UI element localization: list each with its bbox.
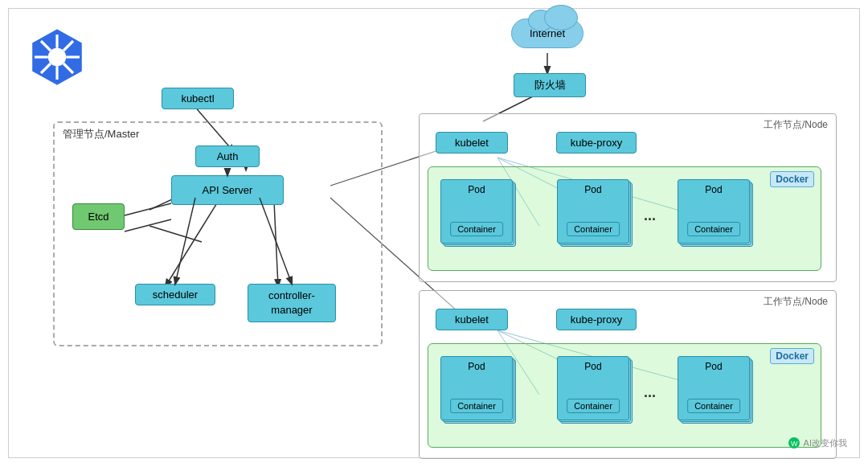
pod2-n1-container-label: Container bbox=[567, 222, 620, 236]
etcd-label: Etcd bbox=[88, 211, 108, 223]
kubectl-box: kubectl bbox=[162, 88, 234, 109]
kube-proxy2-label: kube-proxy bbox=[571, 313, 622, 326]
kube-proxy1-label: kube-proxy bbox=[571, 137, 622, 149]
svg-point-17 bbox=[48, 48, 66, 66]
scheduler-box: scheduler bbox=[135, 284, 215, 305]
k8s-logo bbox=[25, 25, 89, 89]
worker-node2-container: 工作节点/Node kubelet kube-proxy Docker Pod … bbox=[419, 290, 837, 459]
kubelet2-box: kubelet bbox=[436, 309, 508, 330]
kubelet2-label: kubelet bbox=[455, 313, 489, 326]
docker2-label: Docker bbox=[770, 348, 814, 364]
api-server-box: API Server bbox=[171, 175, 284, 205]
pod1-n2-container-label: Container bbox=[450, 399, 503, 413]
svg-text:W: W bbox=[791, 440, 798, 448]
svg-line-28 bbox=[125, 219, 171, 231]
pod2-n2-container-label: Container bbox=[567, 399, 620, 413]
wechat-icon: W bbox=[788, 436, 800, 449]
pod3-n2-pod-label: Pod bbox=[705, 361, 722, 372]
pod3-n1-container-label: Container bbox=[687, 222, 740, 236]
watermark-text: AI改变你我 bbox=[804, 437, 847, 449]
master-label: 管理节点/Master bbox=[63, 127, 139, 141]
internet-cloud: Internet bbox=[511, 18, 583, 48]
dots2: ... bbox=[644, 384, 656, 401]
diagram: Internet 防火墙 kubectl 管理节点/Master Auth bbox=[8, 8, 860, 458]
scheduler-label: scheduler bbox=[153, 289, 198, 301]
internet-label: Internet bbox=[530, 27, 565, 39]
firewall-box: 防火墙 bbox=[514, 73, 586, 97]
pod1-n1-pod-label: Pod bbox=[468, 184, 485, 195]
pod1-n1-container-label: Container bbox=[450, 222, 503, 236]
svg-line-30 bbox=[260, 198, 292, 284]
kubectl-label: kubectl bbox=[181, 92, 214, 104]
controller-manager-label: controller-manager bbox=[268, 289, 315, 316]
etcd-box: Etcd bbox=[72, 203, 125, 230]
auth-box: Auth bbox=[195, 145, 260, 167]
pod3-n2-container-label: Container bbox=[687, 399, 740, 413]
pod2-n2-pod-label: Pod bbox=[584, 361, 601, 372]
docker2-area: Docker Pod Container Pod Container bbox=[428, 343, 821, 448]
worker-node1-label: 工作节点/Node bbox=[764, 118, 828, 132]
firewall-label: 防火墙 bbox=[534, 79, 566, 91]
dots1: ... bbox=[644, 207, 656, 224]
master-container: 管理节点/Master Auth API Server Etcd schedul… bbox=[53, 121, 383, 346]
api-server-label: API Server bbox=[203, 184, 253, 196]
pod1-n2-pod-label: Pod bbox=[468, 361, 485, 372]
watermark: W AI改变你我 bbox=[788, 436, 847, 449]
controller-manager-box: controller-manager bbox=[248, 284, 336, 322]
k8s-logo-svg bbox=[25, 25, 89, 89]
auth-label: Auth bbox=[217, 150, 239, 162]
docker1-label: Docker bbox=[770, 171, 814, 187]
kube-proxy1-box: kube-proxy bbox=[556, 132, 637, 154]
kubelet1-box: kubelet bbox=[436, 132, 508, 154]
pod2-n1-pod-label: Pod bbox=[584, 184, 601, 195]
kubelet1-label: kubelet bbox=[455, 137, 489, 149]
svg-line-27 bbox=[125, 203, 171, 215]
worker-node2-label: 工作节点/Node bbox=[764, 295, 828, 309]
worker-node1-container: 工作节点/Node kubelet kube-proxy Docker Pod … bbox=[419, 113, 837, 282]
pod3-n1-pod-label: Pod bbox=[705, 184, 722, 195]
kube-proxy2-box: kube-proxy bbox=[556, 309, 637, 330]
svg-line-29 bbox=[175, 198, 195, 284]
docker1-area: Docker Pod Container Pod Container bbox=[428, 166, 821, 271]
